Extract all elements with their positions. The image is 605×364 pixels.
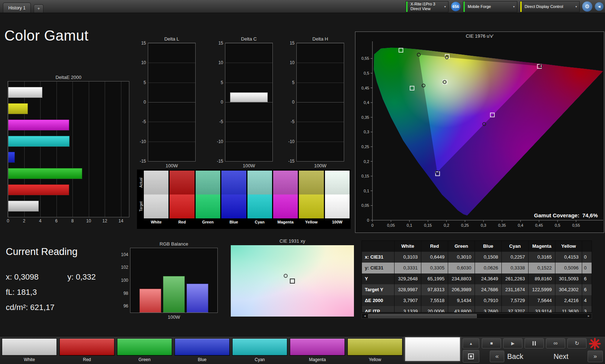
back-arrows-button[interactable]: « [490,351,504,362]
table-cell: 7,5644 [529,295,555,306]
axis-tick-label: -10 [214,139,223,144]
pause-button[interactable] [525,338,544,348]
back-button[interactable]: Back [507,352,523,361]
patch-button-green[interactable]: Green [117,338,172,363]
next-arrows-button[interactable]: » [588,351,603,362]
chevron-down-icon: ▼ [444,5,446,8]
scroll-right-icon[interactable]: ► [586,314,592,318]
patch-button-cyan[interactable]: Cyan [232,338,287,363]
table-cell: 20,0006 [421,306,448,313]
svg-text:0,3: 0,3 [364,130,369,134]
patch-button-white[interactable]: White [2,338,57,363]
axis-tick-label: 15 [285,41,295,46]
axis-tick-label: 4 [36,218,44,223]
actual-swatch [144,171,168,194]
column-header-partial [582,241,592,252]
table-scrollbar[interactable]: ◄ ► [362,313,592,319]
continuous-measure-button[interactable]: ∞ [546,338,565,348]
table-row-3[interactable]: Y329,264865,1995234,880324,3649261,22638… [362,273,592,284]
cie1931-title: CIE 1931 xy [231,238,354,244]
probe-dropdown[interactable]: X-Rite i1Pro 3 Direct View ▼ [406,1,448,12]
row-label: y: CIE31 [362,263,395,273]
table-cell: 3,1339 [395,306,421,313]
svg-text:0,5: 0,5 [364,71,369,75]
axis-tick-label: 10 [285,60,295,65]
table-cell: 3 [582,306,592,313]
column-header-blue: Blue [475,241,502,252]
table-cell: 0,3338 [502,263,529,273]
scrollbar-thumb[interactable] [368,314,477,318]
refresh-icon: ↻ [575,340,579,347]
white-measured-marker [284,274,288,278]
refresh-button[interactable]: ↻ [567,338,587,348]
gridline [225,102,272,102]
patch-button-yellow[interactable]: Yellow [347,338,402,363]
gridline [148,102,195,102]
table-row-6[interactable]: ΔE ITP3,133920,000643,88003,768037,37073… [362,306,592,313]
delta-l-chart: Delta L151050-5-10-15100W [137,36,196,168]
axis-tick-label: 14 [117,218,125,223]
new-tab-button[interactable]: + [34,4,43,13]
table-cell: 7,5518 [421,295,448,306]
white-target-marker [290,279,295,284]
next-button[interactable]: Next [554,352,568,361]
rgbbalance-y-axis: 9698100102104 [119,248,130,313]
swatch-label: Green [196,218,220,226]
svg-text:0,1: 0,1 [364,189,369,193]
row-label: ΔE ITP [362,306,395,313]
svg-text:0,45: 0,45 [362,86,369,90]
source-dropdown[interactable]: Mobile Forge ▼ [463,1,517,12]
play-button[interactable]: ▶ [503,338,522,348]
gridline [121,81,121,217]
svg-text:0,25: 0,25 [461,223,469,227]
patch-button-red[interactable]: Red [59,338,114,363]
table-cell: 0,0626 [475,263,502,273]
table-cell: 0,3010 [448,252,475,263]
settings-button[interactable]: ⚙ [582,1,592,12]
axis-tick-label: -10 [285,139,295,144]
svg-text:0,4: 0,4 [364,100,369,105]
measurement-count-badge[interactable]: 656 [451,2,460,11]
axis-tick-label: 96 [119,304,128,309]
table-cell: 0,1508 [475,252,502,263]
display-control-dropdown[interactable]: Direct Display Control ▼ [520,1,580,12]
patch-button-blue[interactable]: Blue [175,338,230,363]
table-row-4[interactable]: Target Y328,998797,8313206,398924,768623… [362,284,592,295]
svg-text:0,2: 0,2 [444,223,449,227]
swatch-label: 100W [325,218,350,226]
tab-history-1[interactable]: History 1 [3,3,31,13]
gridline [148,83,195,83]
stop-button[interactable]: ■ [482,338,501,348]
scroll-left-icon[interactable]: ◄ [362,314,368,318]
cie1976-title: CIE 1976 u'v' [355,33,604,39]
table-corner-cell [362,241,395,252]
collapse-panel-button[interactable]: ◀ [595,2,604,11]
deltae-bar-white [8,201,39,212]
pattern-window-button[interactable] [463,350,479,363]
axis-tick-label: -15 [285,159,295,164]
gridline [225,63,272,63]
table-cell: 24,7686 [475,284,502,295]
patch-color [232,338,287,356]
top-bar: History 1 + X-Rite i1Pro 3 Direct View ▼… [0,0,605,13]
patch-button-100w[interactable] [405,338,460,363]
table-row-1[interactable]: x: CIE310,31030,64490,30100,15080,22570,… [362,252,592,263]
deltae2000-title: DeltaE 2000 [8,75,129,80]
svg-text:0,05: 0,05 [387,223,395,227]
gridline [297,102,344,102]
table-row-2[interactable]: y: CIE310,33310,33050,60300,06260,33380,… [362,263,592,273]
actual-swatch [325,171,350,194]
deltae2000-plot [8,81,129,217]
actual-swatch [247,171,272,194]
deltaC-title: Delta C [225,36,273,42]
table-row-5[interactable]: ΔE 20003,79077,55189,14340,79107,57297,5… [362,295,592,306]
swatch-label: White [144,218,168,226]
gamut-coverage: Gamut Coverage: 74,6% [534,212,598,218]
deltaH-plot [296,43,344,162]
patch-button-magenta[interactable]: Magenta [290,338,345,363]
table-cell: 4 [582,295,592,306]
table-cell: 24,3649 [475,273,502,284]
scroll-up-button[interactable]: ▲ [463,338,479,348]
axis-tick-label: 10 [137,60,146,65]
table-cell: 0,3103 [395,252,421,263]
